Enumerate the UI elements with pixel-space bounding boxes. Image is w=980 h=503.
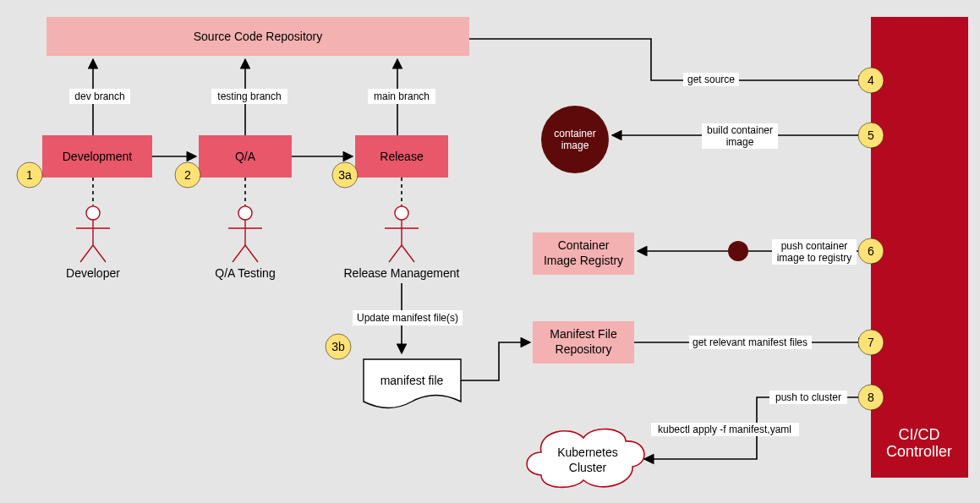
svg-point-1 — [86, 206, 100, 220]
k8s-label-2: Cluster — [569, 461, 607, 474]
svg-line-16 — [389, 245, 402, 262]
badge-8-label: 8 — [868, 391, 874, 404]
edge-get-source-label: get source — [687, 74, 735, 85]
badge-4-label: 4 — [868, 74, 874, 87]
svg-line-17 — [402, 245, 414, 262]
cicd-controller-label-1: CI/CD — [899, 426, 940, 443]
svg-point-7 — [238, 206, 252, 220]
developer-actor — [76, 178, 110, 262]
k8s-label-1: Kubernetes — [557, 446, 618, 459]
svg-line-11 — [245, 245, 258, 262]
svg-line-10 — [233, 245, 245, 262]
dev-branch-label: dev branch — [74, 90, 124, 102]
edge-build-image-label-1: build container — [707, 124, 773, 136]
qa-actor-label: Q/A Testing — [215, 266, 275, 280]
badge-3a-label: 3a — [338, 168, 352, 182]
qa-actor — [228, 178, 262, 262]
container-image-label-1: container — [554, 128, 595, 139]
badge-1-label: 1 — [26, 168, 33, 182]
source-repo-label: Source Code Repository — [194, 30, 323, 43]
update-manifest-label: Update manifest file(s) — [357, 312, 458, 324]
badge-7-label: 7 — [868, 336, 874, 349]
edge-get-source — [469, 39, 868, 80]
edge-build-image-label-2: image — [726, 136, 754, 148]
qa-branch-label: testing branch — [217, 90, 281, 102]
edge-get-manifests-label: get relevant manifest files — [693, 336, 808, 348]
manifest-repo-label-2: Repository — [556, 342, 612, 356]
edge-push-registry-label-2: image to registry — [777, 252, 852, 264]
registry-label-2: Image Registry — [544, 254, 623, 267]
edge-push-registry-label-1: push container — [781, 240, 848, 252]
manifest-repo-label-1: Manifest File — [550, 327, 617, 341]
manifest-to-repo-arrow — [461, 342, 530, 380]
dev-stage-label: Development — [63, 150, 133, 163]
developer-label: Developer — [66, 266, 120, 280]
cicd-controller-box — [871, 17, 968, 478]
release-actor-label: Release Management — [344, 266, 460, 280]
edge-kubectl-label: kubectl apply -f manifest,yaml — [658, 424, 791, 435]
edge-push-cluster-label: push to cluster — [775, 391, 841, 403]
container-image-label-2: image — [561, 139, 589, 151]
badge-6-label: 6 — [868, 244, 874, 258]
cicd-controller-label-2: Controller — [886, 443, 952, 460]
registry-label-1: Container — [558, 238, 610, 252]
svg-point-13 — [395, 206, 408, 220]
manifest-file-label: manifest file — [381, 374, 444, 387]
badge-5-label: 5 — [868, 128, 874, 142]
release-actor — [385, 178, 419, 262]
badge-2-label: 2 — [184, 168, 191, 182]
svg-line-5 — [93, 245, 106, 262]
push-registry-dot — [728, 241, 748, 261]
qa-stage-label: Q/A — [235, 150, 256, 163]
rel-stage-label: Release — [380, 150, 424, 163]
svg-line-4 — [80, 245, 93, 262]
rel-branch-label: main branch — [374, 90, 430, 102]
badge-3b-label: 3b — [331, 340, 345, 353]
